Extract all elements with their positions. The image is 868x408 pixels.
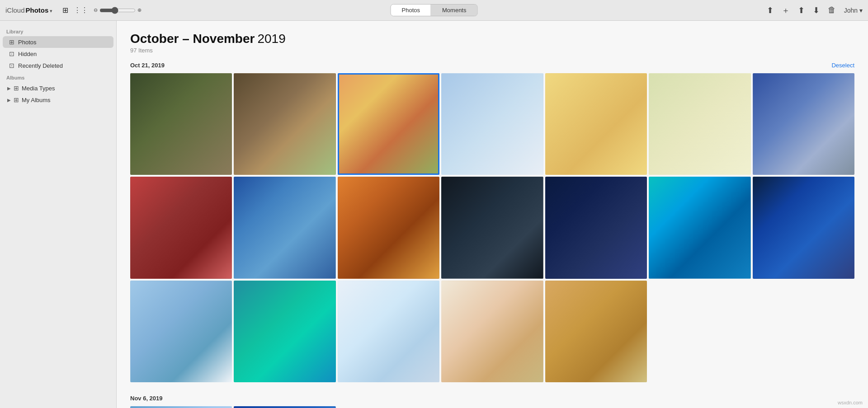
albums-section-label: Albums (0, 71, 116, 82)
user-menu-button[interactable]: John ▾ (844, 7, 863, 14)
sidebar-item-recently-deleted[interactable]: ⊡ Recently Deleted (3, 60, 113, 71)
content-area: October – November2019 97 Items Oct 21, … (117, 21, 868, 408)
photo-item[interactable] (753, 73, 854, 175)
download-icon[interactable]: ⬇ (813, 5, 820, 15)
media-types-chevron: ▶ (7, 86, 11, 91)
photo-grid-4 (130, 406, 854, 408)
layout-toggle: ⊞ ⋮⋮ (61, 5, 90, 15)
content-title: October – November2019 (130, 32, 854, 46)
photo-item[interactable] (338, 177, 439, 278)
sidebar-recently-deleted-label: Recently Deleted (18, 62, 63, 69)
layout-columns-button[interactable]: ⋮⋮ (72, 5, 90, 15)
add-icon[interactable]: ＋ (782, 5, 790, 16)
media-types-icon: ⊞ (14, 84, 19, 92)
content-title-main: October – November (130, 32, 255, 46)
photo-grid-1 (130, 73, 854, 175)
watermark: wsxdn.com (838, 400, 863, 405)
photo-item[interactable] (130, 281, 232, 382)
photo-item[interactable] (441, 281, 543, 382)
hidden-icon: ⊡ (9, 50, 14, 57)
my-albums-label: My Albums (22, 97, 51, 103)
zoom-slider[interactable] (99, 7, 136, 14)
content-title-year: 2019 (257, 32, 285, 46)
share-icon[interactable]: ⬆ (798, 5, 805, 15)
zoom-out-icon: ⊖ (94, 7, 98, 13)
section1-date: Oct 21, 2019 (130, 62, 165, 69)
photo-item[interactable] (234, 281, 335, 382)
segment-photos-button[interactable]: Photos (391, 5, 431, 16)
sidebar: Library ⊞ Photos ⊡ Hidden ⊡ Recently Del… (0, 21, 117, 408)
photo-item[interactable] (545, 177, 647, 278)
zoom-control: ⊖ ⊕ (94, 7, 142, 14)
content-header: October – November2019 97 Items (130, 32, 854, 54)
main-layout: Library ⊞ Photos ⊡ Hidden ⊡ Recently Del… (0, 21, 868, 408)
upload-icon[interactable]: ⬆ (767, 5, 774, 15)
topbar-actions: ⬆ ＋ ⬆ ⬇ 🗑 John ▾ (767, 5, 863, 16)
photos-icon: ⊞ (9, 38, 14, 46)
photo-item[interactable] (130, 406, 232, 408)
zoom-in-icon: ⊕ (137, 7, 142, 13)
topbar: iCloud Photos ▾ ⊞ ⋮⋮ ⊖ ⊕ Photos Moments … (0, 0, 868, 21)
recently-deleted-icon: ⊡ (9, 62, 14, 69)
segment-control: Photos Moments (391, 4, 478, 16)
content-subtitle: 97 Items (130, 47, 854, 54)
photo-item[interactable] (338, 73, 439, 175)
photo-item[interactable] (441, 73, 543, 175)
sidebar-hidden-label: Hidden (18, 51, 37, 57)
photo-item[interactable] (649, 73, 750, 175)
photo-item[interactable] (545, 73, 647, 175)
app-logo: iCloud Photos ▾ (5, 6, 52, 14)
photo-grid-2 (130, 177, 854, 278)
photo-item[interactable] (441, 177, 543, 278)
logo-photos: Photos (26, 6, 49, 14)
logo-icloud: iCloud (5, 6, 25, 14)
section2-date: Nov 6, 2019 (130, 395, 163, 402)
section1-header: Oct 21, 2019 Deselect (130, 62, 854, 69)
sidebar-item-hidden[interactable]: ⊡ Hidden (3, 48, 113, 60)
photo-item[interactable] (234, 406, 335, 408)
photo-item[interactable] (234, 73, 335, 175)
media-types-label: Media Types (22, 85, 55, 92)
logo-chevron[interactable]: ▾ (50, 8, 52, 14)
my-albums-icon: ⊞ (14, 96, 19, 103)
sidebar-photos-label: Photos (18, 39, 36, 46)
photo-item[interactable] (545, 281, 647, 382)
photo-item[interactable] (130, 177, 232, 278)
library-section-label: Library (0, 25, 116, 36)
deselect-button[interactable]: Deselect (831, 62, 854, 69)
sidebar-group-media-types[interactable]: ▶ ⊞ Media Types (3, 82, 113, 94)
photo-item[interactable] (130, 73, 232, 175)
photo-grid-3 (130, 281, 854, 382)
delete-icon[interactable]: 🗑 (828, 5, 836, 15)
layout-grid-button[interactable]: ⊞ (61, 5, 70, 15)
section2-header: Nov 6, 2019 (130, 395, 854, 402)
my-albums-chevron: ▶ (7, 98, 11, 103)
photo-item[interactable] (649, 177, 750, 278)
sidebar-item-photos[interactable]: ⊞ Photos (3, 36, 113, 48)
sidebar-group-my-albums[interactable]: ▶ ⊞ My Albums (3, 94, 113, 106)
segment-moments-button[interactable]: Moments (431, 5, 477, 16)
photo-item[interactable] (234, 177, 335, 278)
photo-item[interactable] (753, 177, 854, 278)
photo-item[interactable] (338, 281, 439, 382)
